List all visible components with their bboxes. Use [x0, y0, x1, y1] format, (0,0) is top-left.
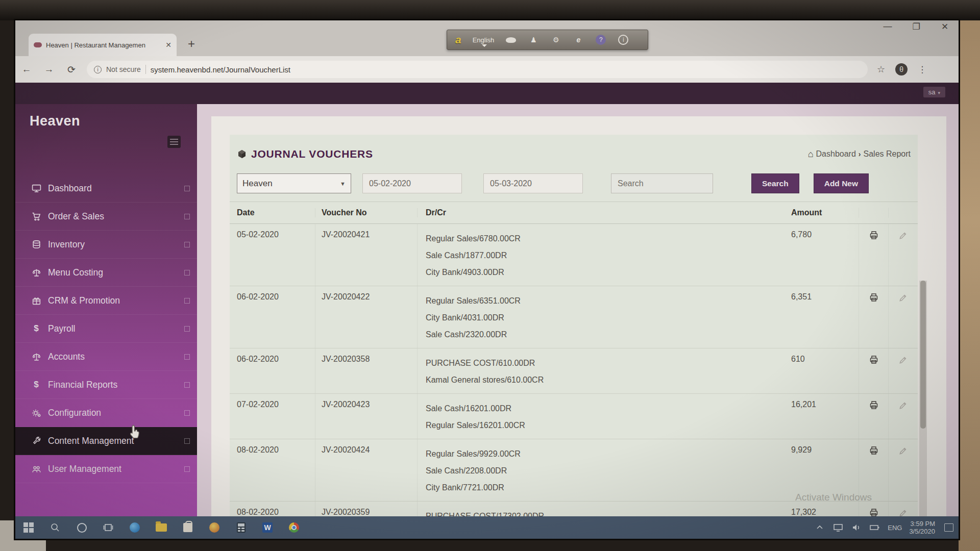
sidebar-item-label: Accounts: [48, 352, 178, 362]
avro-logo-icon[interactable]: a: [455, 34, 461, 46]
sidebar-item-order-sales[interactable]: Order & Sales: [15, 203, 197, 231]
back-icon[interactable]: ←: [15, 64, 38, 75]
wall: [959, 0, 980, 551]
sidebar-item-configuration[interactable]: Configuration: [15, 399, 197, 427]
sidebar-item-payroll[interactable]: $Payroll: [15, 315, 197, 343]
start-button-icon[interactable]: [15, 516, 42, 539]
sidebar-item-accounts[interactable]: Accounts: [15, 343, 197, 371]
edge-icon[interactable]: [121, 516, 148, 539]
submenu-indicator-icon: [184, 270, 190, 276]
file-explorer-icon[interactable]: [148, 516, 175, 539]
date-to-input[interactable]: [483, 173, 583, 193]
content-card: JOURNAL VOUCHERS ⌂ Dashboard › Sales Rep…: [211, 116, 946, 539]
search-input[interactable]: [611, 173, 713, 193]
not-secure-label: Not secure: [106, 65, 141, 73]
sidebar-item-inventory[interactable]: Inventory: [15, 231, 197, 259]
print-button[interactable]: [859, 348, 888, 393]
calculator-icon[interactable]: [228, 516, 254, 539]
browser-tab[interactable]: Heaven | Restaurant Managemen ✕: [29, 34, 177, 56]
edit-button[interactable]: [888, 286, 918, 348]
new-tab-button[interactable]: +: [188, 37, 195, 51]
cell-date: 06-02-2020: [230, 348, 315, 393]
submenu-indicator-icon: [184, 242, 190, 247]
sidebar-item-financial-reports[interactable]: $Financial Reports: [15, 371, 197, 399]
edit-button[interactable]: [888, 348, 918, 393]
header-date: Date: [230, 208, 315, 217]
add-new-button[interactable]: Add New: [814, 173, 869, 193]
tab-close-icon[interactable]: ✕: [165, 41, 172, 49]
tray-battery-icon[interactable]: [869, 522, 880, 533]
language-indicator[interactable]: ENG: [888, 524, 902, 532]
store-icon[interactable]: [175, 516, 201, 539]
sidebar-item-content-management[interactable]: Content Management: [15, 427, 197, 455]
browser-toolbar: ← → ⟳ i Not secure system.heavenbd.net/J…: [15, 56, 959, 83]
cell-voucher-no: JV-20020423: [315, 394, 417, 439]
edit-button[interactable]: [888, 224, 918, 286]
tray-display-icon[interactable]: [832, 522, 844, 533]
print-button[interactable]: [859, 224, 888, 286]
sidebar-toggle-icon[interactable]: [167, 136, 181, 148]
cell-voucher-no: JV-20020424: [315, 439, 417, 501]
date-from-input[interactable]: [362, 173, 462, 193]
cell-drcr: PURCHASE COST/610.00DRKamal General stor…: [417, 348, 787, 393]
breadcrumb-dashboard[interactable]: Dashboard: [816, 149, 856, 159]
url-text[interactable]: system.heavenbd.net/JournalVoucherList: [151, 65, 290, 74]
restore-button[interactable]: ❐: [910, 21, 923, 32]
print-button[interactable]: [859, 286, 888, 348]
cart-icon: [31, 212, 42, 221]
print-button[interactable]: [859, 394, 888, 439]
sidebar-item-label: Financial Reports: [48, 380, 178, 390]
cell-amount: 6,780: [787, 224, 859, 286]
reload-icon[interactable]: ⟳: [60, 64, 83, 76]
tray-volume-icon[interactable]: [851, 522, 862, 533]
clock-time: 3:59 PM: [911, 520, 935, 528]
browser-app-icon[interactable]: [201, 516, 228, 539]
action-center-icon[interactable]: [944, 523, 953, 532]
keyboard-layout-icon[interactable]: ♟: [528, 34, 539, 45]
browser-menu-icon[interactable]: ⋮: [918, 64, 926, 75]
sidebar-item-label: Menu Costing: [48, 267, 178, 278]
search-button[interactable]: Search: [751, 173, 799, 193]
dollar-icon: $: [31, 323, 42, 334]
taskbar-search-icon[interactable]: [42, 516, 68, 539]
tray-chevron-icon[interactable]: [814, 522, 825, 533]
scrollbar[interactable]: [919, 281, 927, 539]
about-icon[interactable]: i: [618, 34, 629, 45]
language-dropdown[interactable]: English: [473, 36, 495, 44]
user-menu[interactable]: sa: [923, 87, 945, 97]
forward-icon[interactable]: →: [38, 64, 60, 75]
cortana-icon[interactable]: [68, 516, 95, 539]
sidebar-menu: DashboardOrder & SalesInventoryMenu Cost…: [15, 174, 197, 483]
page-info-icon[interactable]: i: [94, 66, 102, 73]
sidebar-item-dashboard[interactable]: Dashboard: [15, 174, 197, 203]
edit-button[interactable]: [888, 439, 918, 501]
edit-button[interactable]: [888, 394, 918, 439]
taskbar-clock[interactable]: 3:59 PM 3/5/2020: [909, 520, 935, 535]
settings-gear-icon[interactable]: ⚙: [550, 34, 561, 45]
app-brand[interactable]: Heaven: [15, 104, 197, 129]
chevron-down-icon: ▼: [340, 181, 346, 187]
breadcrumb-separator: ›: [859, 150, 861, 158]
minimize-button[interactable]: —: [881, 21, 894, 32]
sidebar-item-label: User Management: [48, 464, 178, 474]
cell-amount: 16,201: [787, 394, 859, 439]
sidebar-item-user-management[interactable]: User Management: [15, 455, 197, 483]
scale-icon: [31, 268, 42, 278]
profile-avatar[interactable]: θ: [895, 63, 908, 76]
help-icon[interactable]: ?: [595, 34, 606, 45]
bookmark-star-icon[interactable]: ☆: [877, 64, 885, 75]
close-button[interactable]: ✕: [938, 21, 951, 32]
sidebar-item-crm-promotion[interactable]: CRM & Promotion: [15, 287, 197, 315]
filter-bar: Heaven ▼ Search Add New: [230, 167, 918, 202]
mouse-icon[interactable]: [505, 34, 517, 45]
task-view-icon[interactable]: [95, 516, 121, 539]
word-icon[interactable]: W: [254, 516, 281, 539]
chrome-icon[interactable]: [281, 516, 307, 539]
address-bar[interactable]: i Not secure system.heavenbd.net/Journal…: [87, 61, 868, 78]
header-drcr: Dr/Cr: [417, 208, 787, 217]
scrollbar-thumb[interactable]: [920, 281, 926, 429]
browser-e-icon[interactable]: e: [573, 34, 584, 45]
branch-select[interactable]: Heaven ▼: [237, 173, 351, 193]
sidebar-item-menu-costing[interactable]: Menu Costing: [15, 259, 197, 287]
sidebar-item-label: Content Management: [48, 436, 178, 446]
